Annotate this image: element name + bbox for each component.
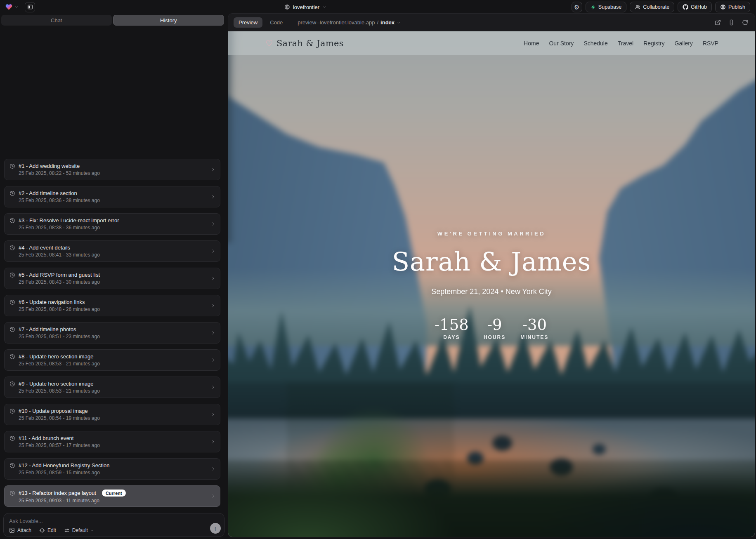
history-icon <box>9 163 15 169</box>
mode-select[interactable]: Default <box>64 527 94 533</box>
supabase-label: Supabase <box>598 4 621 10</box>
chevron-down-icon <box>322 5 326 9</box>
chevron-down-icon <box>14 5 19 9</box>
history-item[interactable]: #7 - Add timeline photos 25 Feb 2025, 08… <box>4 322 220 344</box>
history-item-timestamp: 25 Feb 2025, 08:59 - 15 minutes ago <box>19 470 208 475</box>
history-item-header: #9 - Update hero section image <box>9 381 208 387</box>
history-item-title: #10 - Update proposal image <box>19 408 88 414</box>
collaborate-button[interactable]: Collaborate <box>630 2 674 12</box>
project-switcher[interactable]: lovefrontier <box>284 0 326 14</box>
top-bar-left <box>5 0 35 14</box>
publish-globe-icon <box>720 4 726 10</box>
countdown-value: -158 <box>435 316 469 334</box>
preview-pane: Preview Code preview--lovefrontier.lovab… <box>228 13 755 537</box>
edit-button[interactable]: Edit <box>39 527 56 533</box>
history-icon <box>9 381 15 387</box>
chevron-right-icon <box>210 439 216 445</box>
history-item-title: #7 - Add timeline photos <box>19 326 76 332</box>
settings-button[interactable]: ⚙ <box>572 2 582 12</box>
chevron-right-icon <box>210 194 216 200</box>
chevron-right-icon <box>210 412 216 417</box>
supabase-button[interactable]: Supabase <box>586 2 626 12</box>
history-item-title: #2 - Add timeline section <box>19 190 77 196</box>
chevron-right-icon <box>210 221 216 227</box>
history-item[interactable]: #10 - Update proposal image 25 Feb 2025,… <box>4 404 220 425</box>
sliders-icon <box>64 527 70 533</box>
history-item-timestamp: 25 Feb 2025, 08:51 - 23 minutes ago <box>19 334 208 339</box>
prompt-input[interactable] <box>9 517 203 525</box>
history-item-title: #5 - Add RSVP form and guest list <box>19 272 100 278</box>
history-item[interactable]: #1 - Add wedding website 25 Feb 2025, 08… <box>4 159 220 180</box>
history-item-timestamp: 25 Feb 2025, 09:03 - 11 minutes ago <box>19 498 208 504</box>
history-item-header: #13 - Refactor index page layout Current <box>9 490 208 497</box>
publish-button[interactable]: Publish <box>715 2 750 12</box>
collaborate-label: Collaborate <box>643 4 669 10</box>
mobile-view-icon[interactable] <box>728 19 735 26</box>
history-item-header: #11 - Add brunch event <box>9 435 208 441</box>
history-item[interactable]: #9 - Update hero section image 25 Feb 20… <box>4 377 220 398</box>
attach-label: Attach <box>17 527 31 533</box>
history-item-title: #12 - Add Honeyfund Registry Section <box>19 462 109 468</box>
publish-label: Publish <box>728 4 745 10</box>
countdown-label: HOURS <box>484 334 506 340</box>
history-item-timestamp: 25 Feb 2025, 08:48 - 26 minutes ago <box>19 306 208 312</box>
history-item[interactable]: #2 - Add timeline section 25 Feb 2025, 0… <box>4 186 220 207</box>
preview-toolbar-icons <box>715 19 748 26</box>
send-button[interactable]: ↑ <box>210 523 221 534</box>
history-icon <box>9 435 15 441</box>
history-item-timestamp: 25 Feb 2025, 08:57 - 17 minutes ago <box>19 442 208 448</box>
history-icon <box>9 299 15 305</box>
history-item-header: #6 - Update navigation links <box>9 299 208 305</box>
history-item[interactable]: #8 - Update hero section image 25 Feb 20… <box>4 349 220 371</box>
attach-button[interactable]: Attach <box>9 527 31 533</box>
lovable-heart-icon <box>5 3 13 11</box>
history-item[interactable]: #12 - Add Honeyfund Registry Section 25 … <box>4 458 220 480</box>
refresh-icon[interactable] <box>742 19 748 26</box>
hero-section: WE'RE GETTING MARRIED Sarah & James Sept… <box>228 31 755 537</box>
lovable-app-window: lovefrontier ⚙ Supabase Collaborate <box>0 0 756 539</box>
hero-title: Sarah & James <box>392 247 591 277</box>
history-item-timestamp: 25 Feb 2025, 08:43 - 30 minutes ago <box>19 279 208 285</box>
top-bar-actions: ⚙ Supabase Collaborate GitHub <box>572 0 750 14</box>
tab-code[interactable]: Code <box>265 17 288 28</box>
tab-preview[interactable]: Preview <box>234 17 262 28</box>
countdown-unit: -9 HOURS <box>484 316 506 340</box>
history-item-timestamp: 25 Feb 2025, 08:53 - 21 minutes ago <box>19 388 208 394</box>
open-external-icon[interactable] <box>715 19 721 26</box>
history-item[interactable]: #5 - Add RSVP form and guest list 25 Feb… <box>4 268 220 289</box>
chevron-right-icon <box>210 167 216 172</box>
history-list: #1 - Add wedding website 25 Feb 2025, 08… <box>4 159 220 513</box>
edit-label: Edit <box>47 527 56 533</box>
countdown-unit: -30 MINUTES <box>520 316 548 340</box>
history-icon <box>9 490 15 496</box>
tab-chat[interactable]: Chat <box>1 15 112 26</box>
history-item[interactable]: #13 - Refactor index page layout Current… <box>4 485 220 507</box>
preview-toolbar: Preview Code preview--lovefrontier.lovab… <box>228 14 755 31</box>
history-icon <box>9 218 15 224</box>
github-label: GitHub <box>691 4 707 10</box>
history-icon <box>9 354 15 360</box>
history-item-header: #1 - Add wedding website <box>9 163 208 169</box>
sidebar: Chat History #1 - Add wedding website 25… <box>0 14 226 539</box>
github-button[interactable]: GitHub <box>678 2 712 12</box>
history-item-title: #8 - Update hero section image <box>19 353 93 360</box>
chevron-right-icon <box>210 494 216 499</box>
preview-url[interactable]: preview--lovefrontier.lovable.app / inde… <box>298 19 401 26</box>
chevron-right-icon <box>210 303 216 308</box>
tab-history[interactable]: History <box>113 15 224 26</box>
history-item-timestamp: 25 Feb 2025, 08:22 - 52 minutes ago <box>19 170 208 176</box>
toggle-sidebar-button[interactable] <box>25 2 35 12</box>
history-icon <box>9 272 15 278</box>
history-item[interactable]: #11 - Add brunch event 25 Feb 2025, 08:5… <box>4 431 220 452</box>
history-item[interactable]: #3 - Fix: Resolve Lucide-react import er… <box>4 213 220 235</box>
users-icon <box>635 4 640 10</box>
github-icon <box>683 4 688 10</box>
chevron-right-icon <box>210 385 216 390</box>
current-badge: Current <box>102 490 126 497</box>
history-icon <box>9 245 15 251</box>
history-item-header: #7 - Add timeline photos <box>9 326 208 332</box>
chevron-right-icon <box>210 276 216 281</box>
lovable-logo-menu[interactable] <box>5 3 19 11</box>
history-item[interactable]: #6 - Update navigation links 25 Feb 2025… <box>4 295 220 316</box>
history-item[interactable]: #4 - Add event details 25 Feb 2025, 08:4… <box>4 240 220 262</box>
